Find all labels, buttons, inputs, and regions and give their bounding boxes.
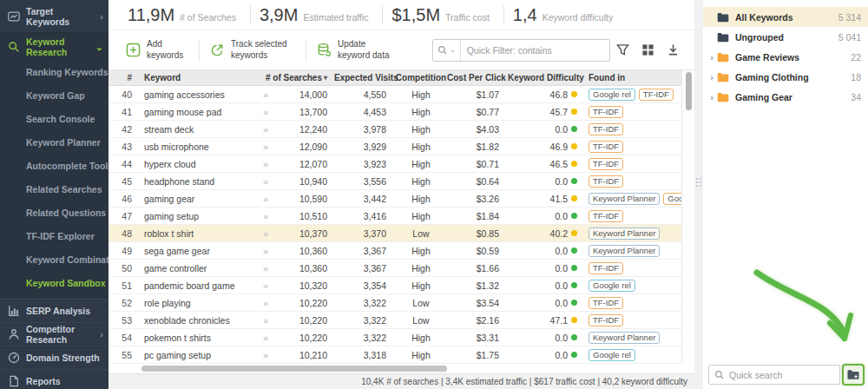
expand-keyword-icon[interactable]: »	[254, 263, 277, 274]
chevron-right-icon[interactable]: ›	[707, 72, 717, 82]
folder-row-gaming-gear[interactable]: › Gaming Gear 34	[703, 87, 868, 107]
table-body: 40 gaming accessories » 14,000 4,550 Hig…	[108, 86, 681, 364]
sidebar-item-label: Domain Strength	[26, 353, 103, 363]
col-header-difficulty[interactable]: Keyword Difficulty	[508, 73, 584, 82]
sidebar-item-search-console[interactable]: Search Console	[0, 108, 108, 131]
row-number: 41	[108, 107, 140, 117]
table-row[interactable]: 44 hyperx cloud » 12,070 3,923 High $0.7…	[108, 155, 681, 173]
table-row[interactable]: 46 gaming gear » 10,590 3,442 High $3.26…	[108, 190, 681, 208]
folder-row-game-reviews[interactable]: › Game Reviews 22	[703, 47, 868, 67]
row-number: 51	[108, 280, 140, 291]
horizontal-scrollbar-thumb[interactable]	[141, 366, 447, 372]
table-row[interactable]: 50 game controller » 10,360 3,367 High $…	[108, 260, 681, 277]
sidebar-item-keyword-combinations[interactable]: Keyword Combinations	[0, 248, 108, 272]
download-icon[interactable]	[661, 43, 686, 56]
sidebar-item-serp-analysis[interactable]: SERP Analysis	[0, 299, 108, 322]
expand-keyword-icon[interactable]: »	[254, 211, 277, 221]
quick-filter-input[interactable]	[461, 45, 609, 56]
table-row[interactable]: 51 pandemic board game » 10,320 3,354 Hi…	[108, 277, 681, 294]
difficulty-value: 47.1	[550, 315, 568, 326]
search-icon	[7, 41, 20, 54]
vertical-scrollbar-thumb[interactable]	[686, 72, 692, 110]
table-row[interactable]: 55 pc gaming setup » 10,210 3,318 High $…	[108, 346, 681, 364]
difficulty-dot	[571, 230, 577, 236]
sidebar-bottom-items: SERP AnalysisCompetitor Research›Domain …	[0, 299, 108, 389]
table-row[interactable]: 52 role playing » 10,220 3,322 Low $3.54…	[108, 294, 681, 312]
filter-search-dropdown[interactable]: ⌄	[433, 40, 461, 61]
sidebar-item-keyword-sandbox[interactable]: Keyword Sandbox	[0, 272, 108, 295]
col-header-competition[interactable]: Competition	[395, 73, 447, 82]
sidebar-item-related-searches[interactable]: Related Searches	[0, 178, 108, 201]
col-header-found-in[interactable]: Found in	[584, 73, 681, 82]
sidebar-item-keyword-planner[interactable]: Keyword Planner	[0, 131, 108, 155]
cpc-cell: $4.03	[447, 124, 508, 135]
table-row[interactable]: 54 pokemon t shirts » 10,220 3,322 High …	[108, 329, 681, 346]
horizontal-scrollbar[interactable]	[108, 364, 694, 373]
expand-keyword-icon[interactable]: »	[254, 124, 277, 135]
keyword-cell: usb microphone	[140, 142, 254, 152]
table-row[interactable]: 42 stream deck » 12,240 3,978 High $4.03…	[108, 121, 681, 138]
expand-keyword-icon[interactable]: »	[254, 315, 277, 326]
found-in-cell: Keyword Planner	[584, 332, 681, 344]
col-header-visits[interactable]: Expected Visits	[334, 73, 395, 82]
chevron-right-icon[interactable]: ›	[707, 52, 717, 63]
expand-keyword-icon[interactable]: »	[254, 228, 277, 239]
table-row[interactable]: 49 sega game gear » 10,360 3,367 High $0…	[108, 242, 681, 260]
track-selected-button[interactable]: Track selected keywords	[201, 39, 304, 61]
sidebar-item-related-questions[interactable]: Related Questions	[0, 201, 108, 225]
searches-cell: 10,940	[277, 176, 334, 187]
table-row[interactable]: 47 gaming setup » 10,510 3,416 High $1.8…	[108, 208, 681, 225]
table-row[interactable]: 41 gaming mouse pad » 13,700 4,453 High …	[108, 103, 681, 121]
sidebar-item-keyword-research[interactable]: Keyword Research ⌄	[0, 33, 108, 61]
col-header-number[interactable]: #	[108, 73, 140, 82]
folder-row-ungrouped[interactable]: Ungrouped 5 041	[703, 27, 868, 47]
chevron-right-icon: ›	[100, 11, 103, 22]
expand-keyword-icon[interactable]: »	[254, 350, 277, 360]
update-keyword-data-button[interactable]: Update keyword data	[308, 39, 402, 61]
sidebar-item-reports[interactable]: Reports	[0, 369, 108, 389]
group-search-input[interactable]	[729, 370, 834, 380]
sidebar-item-competitor-research[interactable]: Competitor Research›	[0, 322, 108, 346]
sidebar-item-label: Target Keywords	[26, 6, 94, 27]
col-header-searches[interactable]: # of Searches ▾	[277, 73, 334, 82]
found-in-badge: TF-IDF	[589, 175, 623, 188]
sidebar: Target Keywords › Keyword Research ⌄ Ran…	[0, 0, 108, 389]
columns-grid-icon[interactable]	[635, 43, 661, 56]
row-number: 54	[108, 333, 140, 343]
keyword-cell: headphone stand	[140, 176, 254, 187]
table-row[interactable]: 40 gaming accessories » 14,000 4,550 Hig…	[108, 86, 681, 103]
sidebar-item-domain-strength[interactable]: Domain Strength	[0, 346, 108, 369]
sidebar-item-ranking-keywords[interactable]: Ranking Keywords	[0, 61, 108, 84]
table-row[interactable]: 43 usb microphone » 12,090 3,929 High $1…	[108, 138, 681, 155]
keyword-cell: gaming setup	[140, 211, 254, 221]
sidebar-item-tf-idf-explorer[interactable]: TF-IDF Explorer	[0, 225, 108, 248]
table-row[interactable]: 48 roblox t shirt » 10,370 3,370 Low $0.…	[108, 225, 681, 242]
expand-keyword-icon[interactable]: »	[254, 159, 277, 169]
expand-keyword-icon[interactable]: »	[254, 298, 277, 308]
expand-keyword-icon[interactable]: »	[254, 176, 277, 187]
folder-row-gaming-clothing[interactable]: › Gaming Clothing 18	[703, 67, 868, 87]
expand-keyword-icon[interactable]: »	[254, 280, 277, 291]
sidebar-item-keyword-gap[interactable]: Keyword Gap	[0, 84, 108, 108]
sidebar-item-target-keywords[interactable]: Target Keywords ›	[0, 0, 108, 33]
sidebar-item-autocomplete-tools[interactable]: Autocomplete Tools	[0, 155, 108, 178]
folder-row-all-keywords[interactable]: All Keywords 5 314	[703, 7, 868, 27]
col-header-cpc[interactable]: Cost Per Click	[447, 73, 508, 82]
difficulty-value: 0.0	[555, 124, 568, 135]
expand-keyword-icon[interactable]: »	[254, 194, 277, 204]
panel-splitter[interactable]	[694, 0, 703, 389]
vertical-scrollbar[interactable]	[681, 70, 694, 364]
add-folder-button[interactable]	[842, 364, 865, 386]
expand-keyword-icon[interactable]: »	[254, 142, 277, 152]
add-keywords-button[interactable]: Add keywords	[117, 39, 197, 61]
expand-keyword-icon[interactable]: »	[254, 89, 277, 100]
expand-keyword-icon[interactable]: »	[254, 246, 277, 256]
expand-keyword-icon[interactable]: »	[254, 333, 277, 343]
col-header-keyword[interactable]: Keyword	[140, 73, 254, 82]
expand-keyword-icon[interactable]: »	[254, 107, 277, 117]
table-row[interactable]: 53 xenoblade chronicles » 10,220 3,322 L…	[108, 312, 681, 329]
filter-funnel-icon[interactable]	[610, 43, 635, 56]
table-row[interactable]: 45 headphone stand » 10,940 3,556 High $…	[108, 173, 681, 190]
difficulty-dot	[571, 213, 577, 219]
chevron-right-icon[interactable]: ›	[707, 92, 717, 102]
